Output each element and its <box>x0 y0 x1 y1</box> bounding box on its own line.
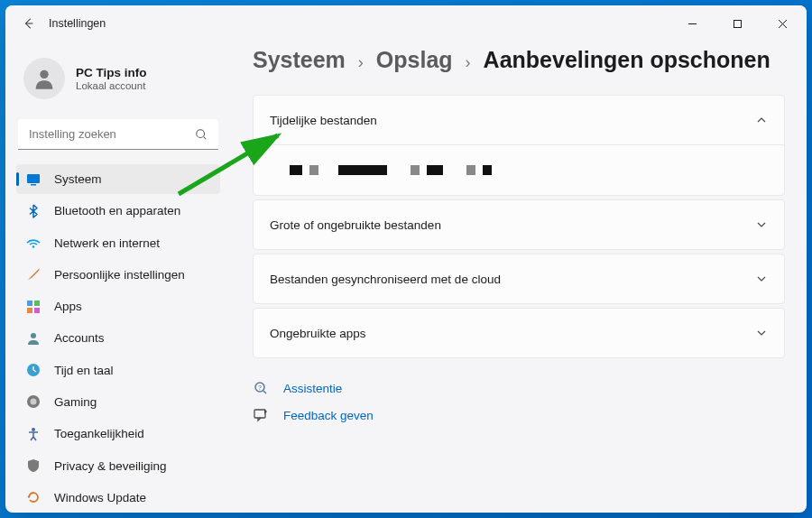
svg-rect-0 <box>734 20 741 27</box>
network-icon <box>25 235 42 251</box>
svg-text:?: ? <box>258 384 262 391</box>
profile-section[interactable]: PC Tips info Lokaal account <box>11 42 226 119</box>
card-cloud-synced: Bestanden gesynchroniseerd met de cloud <box>253 254 785 304</box>
minimize-button[interactable] <box>678 11 706 36</box>
bluetooth-icon <box>25 203 42 219</box>
search-input[interactable] <box>18 119 218 150</box>
nav-personalization[interactable]: Persoonlijke instellingen <box>16 260 220 290</box>
crumb-sep-icon: › <box>466 53 471 72</box>
chevron-up-icon <box>755 114 768 126</box>
sidebar: PC Tips info Lokaal account Systeem Blue… <box>5 42 231 513</box>
nav-accessibility[interactable]: Toegankelijkheid <box>16 419 220 449</box>
redacted-icon <box>338 165 387 175</box>
profile-name: PC Tips info <box>76 66 147 79</box>
chevron-down-icon <box>755 327 768 339</box>
main-content: Systeem › Opslag › Aanbevelingen opschon… <box>231 42 807 513</box>
card-title: Grote of ongebruikte bestanden <box>270 218 441 232</box>
card-unused-apps: Ongebruikte apps <box>253 308 785 358</box>
help-icon: ? <box>253 380 269 396</box>
svg-point-10 <box>31 333 36 338</box>
card-header[interactable]: Tijdelijke bestanden <box>254 96 784 144</box>
feedback-icon <box>253 407 269 423</box>
nav-label: Systeem <box>54 172 102 186</box>
card-header[interactable]: Ongebruikte apps <box>254 309 784 357</box>
crumb-current: Aanbevelingen opschonen <box>484 47 770 73</box>
titlebar: Instellingen <box>5 5 807 42</box>
profile-subtitle: Lokaal account <box>76 80 147 91</box>
svg-rect-4 <box>31 184 36 186</box>
back-button[interactable] <box>16 11 42 36</box>
nav-system[interactable]: Systeem <box>16 164 220 194</box>
crumb-storage[interactable]: Opslag <box>376 47 453 73</box>
nav-label: Windows Update <box>54 491 146 504</box>
redacted-icon <box>411 165 420 175</box>
close-button[interactable] <box>769 11 796 36</box>
nav-label: Toegankelijkheid <box>54 427 144 440</box>
nav-bluetooth[interactable]: Bluetooth en apparaten <box>16 196 220 226</box>
svg-rect-6 <box>27 301 32 306</box>
help-link[interactable]: ? Assistentie <box>253 380 785 396</box>
crumb-system[interactable]: Systeem <box>253 47 346 73</box>
nav-label: Apps <box>54 300 82 313</box>
redacted-icon <box>466 165 475 175</box>
help-label: Assistentie <box>283 382 342 395</box>
card-title: Tijdelijke bestanden <box>270 114 377 127</box>
nav-windows-update[interactable]: Windows Update <box>16 483 220 513</box>
window-controls <box>678 11 796 36</box>
nav-label: Gaming <box>54 395 97 409</box>
chevron-down-icon <box>755 273 768 285</box>
breadcrumb: Systeem › Opslag › Aanbevelingen opschon… <box>253 47 785 73</box>
nav-label: Privacy & beveiliging <box>54 459 167 473</box>
svg-rect-17 <box>254 410 265 418</box>
footer-links: ? Assistentie Feedback geven <box>253 380 785 423</box>
card-header[interactable]: Grote of ongebruikte bestanden <box>254 200 784 249</box>
nav-gaming[interactable]: Gaming <box>16 387 220 417</box>
card-header[interactable]: Bestanden gesynchroniseerd met de cloud <box>254 254 784 303</box>
nav-apps[interactable]: Apps <box>16 291 220 321</box>
crumb-sep-icon: › <box>358 53 364 72</box>
card-title: Bestanden gesynchroniseerd met de cloud <box>270 273 501 286</box>
avatar <box>23 58 65 99</box>
redacted-icon <box>483 165 492 175</box>
nav-network[interactable]: Netwerk en internet <box>16 228 220 258</box>
svg-point-1 <box>40 70 48 79</box>
apps-icon <box>25 299 42 315</box>
profile-text: PC Tips info Lokaal account <box>76 66 147 91</box>
content: PC Tips info Lokaal account Systeem Blue… <box>5 42 807 513</box>
svg-point-13 <box>31 399 37 405</box>
redacted-icon <box>290 165 302 175</box>
svg-rect-9 <box>34 308 40 313</box>
nav-accounts[interactable]: Accounts <box>16 323 220 353</box>
redacted-icon <box>427 165 443 175</box>
nav-time-language[interactable]: Tijd en taal <box>16 356 220 385</box>
nav-label: Netwerk en internet <box>54 236 160 250</box>
card-title: Ongebruikte apps <box>270 327 366 340</box>
minimize-icon <box>687 19 697 29</box>
system-icon <box>25 171 42 188</box>
card-temporary-files: Tijdelijke bestanden <box>253 95 785 196</box>
window-title: Instellingen <box>49 17 106 30</box>
person-icon <box>32 66 57 91</box>
redacted-icon <box>309 165 318 175</box>
svg-point-2 <box>197 130 205 138</box>
feedback-label: Feedback geven <box>283 409 374 422</box>
maximize-icon <box>733 19 743 29</box>
svg-rect-3 <box>27 174 40 183</box>
close-icon <box>778 19 788 29</box>
svg-point-14 <box>32 428 35 431</box>
nav-privacy[interactable]: Privacy & beveiliging <box>16 450 220 480</box>
svg-rect-7 <box>34 301 40 306</box>
back-arrow-icon <box>23 17 35 30</box>
nav-label: Tijd en taal <box>54 364 114 377</box>
feedback-link[interactable]: Feedback geven <box>253 407 785 423</box>
card-large-unused: Grote of ongebruikte bestanden <box>253 199 785 250</box>
nav: Systeem Bluetooth en apparaten Netwerk e… <box>11 164 226 513</box>
brush-icon <box>25 266 42 282</box>
search-wrap <box>18 119 218 150</box>
nav-label: Bluetooth en apparaten <box>54 204 180 217</box>
settings-window: Instellingen PC Tips info Lokaal accoun <box>5 5 807 513</box>
maximize-button[interactable] <box>724 11 751 36</box>
search-icon <box>195 128 208 141</box>
nav-label: Persoonlijke instellingen <box>54 268 185 282</box>
chevron-down-icon <box>755 218 768 231</box>
